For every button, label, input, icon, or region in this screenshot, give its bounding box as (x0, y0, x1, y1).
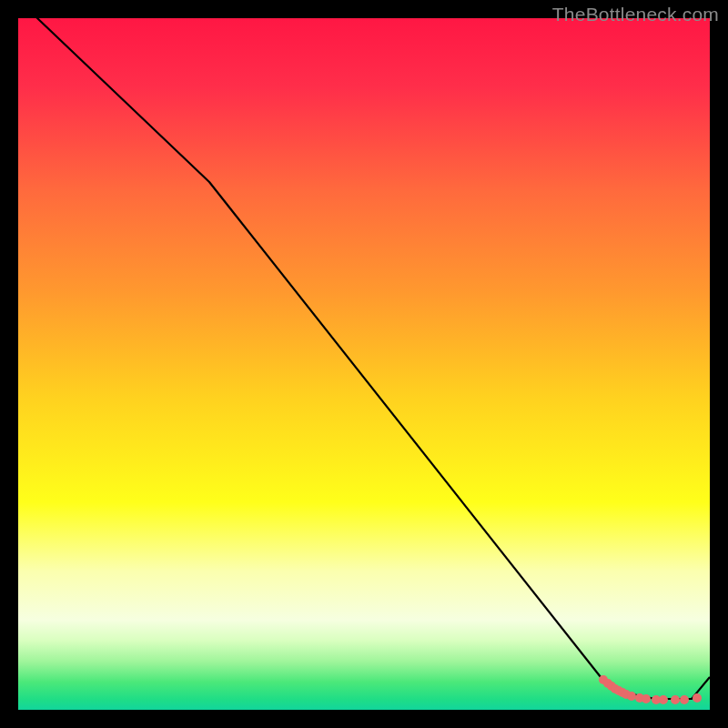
curve-marker (659, 695, 668, 704)
chart-svg (0, 0, 728, 728)
plot-background (18, 18, 710, 710)
curve-marker (671, 695, 680, 704)
watermark-text: TheBottleneck.com (552, 4, 719, 25)
curve-marker (680, 695, 689, 704)
chart-stage: TheBottleneck.com (0, 0, 728, 728)
curve-marker (627, 692, 636, 701)
curve-marker (693, 693, 702, 703)
curve-marker (642, 694, 651, 703)
